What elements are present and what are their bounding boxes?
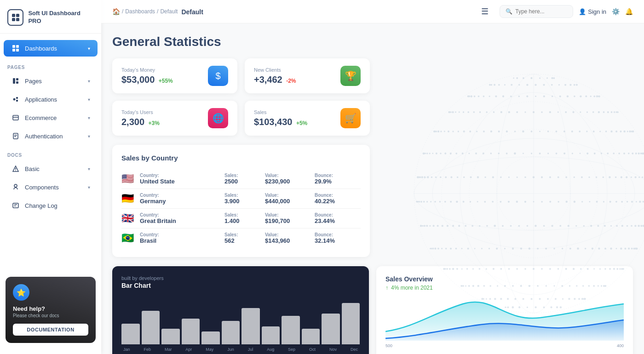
svg-point-118 (518, 96, 520, 97)
breadcrumb-dashboards[interactable]: Dashboards (125, 8, 155, 15)
svg-point-288 (556, 153, 558, 154)
svg-point-119 (526, 96, 528, 97)
svg-point-57 (543, 84, 545, 86)
svg-point-136 (611, 111, 613, 113)
documentation-button[interactable]: DOCUMENTATION (13, 324, 88, 336)
svg-point-44 (513, 78, 514, 79)
svg-point-140 (592, 111, 594, 113)
svg-point-244 (469, 131, 471, 132)
svg-point-67 (489, 84, 491, 86)
breadcrumb-default[interactable]: Default (160, 8, 178, 15)
svg-point-185 (573, 111, 574, 113)
svg-point-115 (495, 96, 497, 97)
svg-point-274 (638, 153, 639, 154)
bar-chart-card: built by developers Bar Chart JanFebMarA… (112, 266, 369, 354)
svg-point-540 (598, 225, 599, 227)
svg-point-446 (636, 201, 637, 202)
svg-point-58 (535, 84, 536, 86)
svg-point-683 (628, 248, 630, 250)
svg-point-617 (625, 248, 626, 249)
svg-point-91 (567, 95, 569, 97)
sidebar-item-components[interactable]: Components ▾ (4, 179, 98, 195)
sidebar-item-authentication[interactable]: Authentication ▾ (4, 128, 98, 144)
svg-point-240 (448, 131, 449, 132)
svg-point-634 (504, 248, 506, 249)
sidebar-item-basic[interactable]: Basic ▾ (4, 160, 98, 177)
svg-point-603 (621, 225, 623, 227)
svg-point-21 (15, 170, 16, 171)
svg-point-614 (633, 248, 635, 250)
pages-label: Pages (25, 78, 83, 85)
svg-point-487 (420, 201, 422, 203)
svg-point-460 (541, 201, 543, 202)
svg-point-367 (589, 177, 590, 178)
svg-point-422 (574, 177, 575, 178)
sidebar-item-applications[interactable]: Applications ▾ (4, 91, 98, 108)
signin-button[interactable]: 👤 Sign in (579, 8, 606, 15)
svg-point-475 (434, 201, 436, 202)
svg-point-59 (527, 84, 528, 86)
svg-point-216 (523, 131, 524, 132)
bar-label: Feb (144, 347, 151, 352)
bar-label: Dec (351, 347, 358, 352)
bar (182, 319, 200, 344)
svg-point-388 (435, 177, 437, 178)
svg-point-189 (598, 111, 600, 113)
svg-point-60 (518, 84, 520, 86)
changelog-icon (11, 201, 20, 210)
svg-point-304 (440, 153, 441, 154)
svg-point-217 (514, 131, 515, 132)
svg-point-350 (640, 153, 642, 154)
svg-point-637 (481, 248, 483, 249)
svg-point-518 (627, 201, 628, 202)
svg-point-495 (456, 201, 458, 203)
search-input[interactable] (515, 8, 567, 15)
svg-point-75 (535, 84, 536, 86)
sidebar-item-pages[interactable]: Pages ▾ (4, 73, 98, 89)
stat-sales-change: +5% (296, 120, 307, 126)
svg-point-285 (580, 153, 581, 154)
svg-point-380 (484, 177, 486, 178)
svg-point-83 (598, 95, 600, 97)
svg-point-606 (634, 225, 636, 227)
svg-point-377 (508, 177, 510, 178)
svg-point-670 (545, 248, 547, 250)
svg-point-273 (640, 153, 642, 154)
svg-rect-13 (16, 100, 18, 102)
svg-point-620 (610, 248, 612, 250)
svg-point-587 (502, 225, 504, 227)
svg-point-542 (583, 225, 585, 227)
svg-point-237 (437, 131, 439, 132)
svg-point-339 (586, 153, 588, 154)
sales-overview-pct: 4% more in 2021 (391, 285, 433, 291)
content-area: General Statistics Today's Money $53,000… (101, 23, 644, 354)
settings-icon[interactable]: ⚙️ (612, 8, 620, 15)
hamburger-icon[interactable]: ☰ (477, 5, 492, 18)
svg-point-328 (498, 153, 500, 154)
svg-point-636 (489, 248, 490, 249)
svg-point-231 (436, 131, 437, 132)
svg-point-629 (546, 248, 547, 249)
svg-point-206 (599, 131, 601, 132)
svg-point-546 (552, 225, 553, 227)
bar-label: Sep (288, 347, 295, 352)
country-sales: Sales: 1.400 (224, 212, 261, 224)
svg-point-38 (546, 78, 548, 79)
svg-point-665 (504, 248, 506, 249)
bar-chart-subtitle: built by developers (121, 275, 164, 281)
sidebar-item-changelog[interactable]: Change Log (4, 197, 98, 214)
svg-point-585 (486, 225, 488, 227)
svg-point-584 (479, 225, 480, 227)
svg-point-343 (613, 153, 615, 154)
svg-point-208 (586, 131, 587, 132)
sidebar-item-ecommerce[interactable]: Ecommerce ▾ (4, 109, 98, 126)
svg-point-364 (609, 176, 610, 178)
notifications-icon[interactable]: 🔔 (625, 8, 633, 15)
home-icon[interactable]: 🏠 (112, 8, 120, 15)
svg-point-282 (601, 153, 602, 154)
svg-point-347 (632, 153, 633, 154)
svg-point-247 (490, 131, 492, 132)
sidebar-item-dashboards[interactable]: Dashboards ▾ (4, 40, 98, 57)
svg-point-362 (621, 177, 622, 178)
svg-point-569 (420, 225, 422, 227)
